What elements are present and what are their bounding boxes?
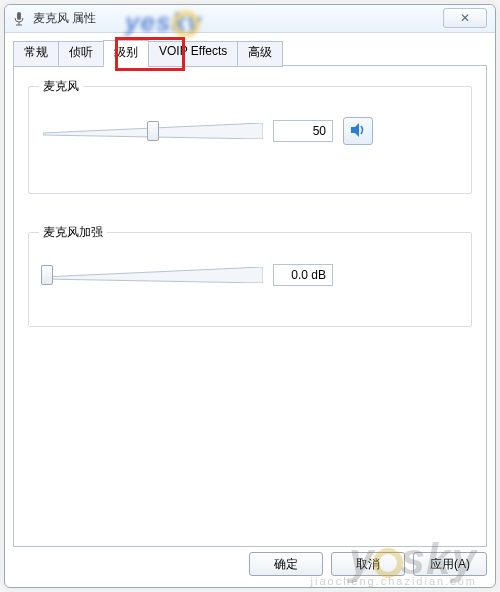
properties-dialog: 麦克风 属性 yesky ✕ 常规 侦听 级别 VOIP Effects 高级 … — [4, 4, 496, 588]
tab-voip-effects[interactable]: VOIP Effects — [148, 41, 238, 67]
client-area: 常规 侦听 级别 VOIP Effects 高级 麦克风 — [13, 39, 487, 543]
svg-marker-4 — [351, 123, 359, 137]
dialog-footer: 确定 取消 应用(A) — [13, 549, 487, 579]
tab-label: 常规 — [24, 45, 48, 59]
apply-button[interactable]: 应用(A) — [413, 552, 487, 576]
tab-label: 级别 — [114, 45, 138, 59]
tab-levels[interactable]: 级别 — [103, 40, 149, 66]
mic-boost-slider[interactable] — [43, 263, 263, 287]
titlebar: 麦克风 属性 yesky ✕ — [5, 5, 495, 33]
cancel-button[interactable]: 取消 — [331, 552, 405, 576]
mic-boost-value[interactable]: 0.0 dB — [273, 264, 333, 286]
close-button[interactable]: ✕ — [443, 8, 487, 28]
mic-level-slider[interactable] — [43, 119, 263, 143]
tab-general[interactable]: 常规 — [13, 41, 59, 67]
group-mic-level: 麦克风 50 — [28, 86, 472, 194]
mic-level-row: 50 — [43, 117, 457, 145]
group-mic-level-label: 麦克风 — [39, 78, 83, 95]
window-title: 麦克风 属性 — [33, 10, 96, 27]
tabpage-levels: 麦克风 50 — [13, 65, 487, 547]
svg-marker-5 — [43, 267, 263, 283]
tab-label: VOIP Effects — [159, 44, 227, 58]
close-icon: ✕ — [460, 11, 470, 25]
ok-button-label: 确定 — [274, 556, 298, 573]
tab-listen[interactable]: 侦听 — [58, 41, 104, 67]
svg-rect-0 — [17, 12, 21, 20]
group-mic-boost-label: 麦克风加强 — [39, 224, 107, 241]
mic-mute-button[interactable] — [343, 117, 373, 145]
group-mic-boost: 麦克风加强 0.0 dB — [28, 232, 472, 327]
cancel-button-label: 取消 — [356, 556, 380, 573]
microphone-icon — [11, 11, 27, 27]
tab-label: 侦听 — [69, 45, 93, 59]
tabstrip: 常规 侦听 级别 VOIP Effects 高级 — [13, 39, 487, 65]
mic-boost-row: 0.0 dB — [43, 263, 457, 287]
tab-label: 高级 — [248, 45, 272, 59]
watermark-top: yesky — [125, 7, 202, 38]
slider-thumb[interactable] — [147, 121, 159, 141]
slider-thumb[interactable] — [41, 265, 53, 285]
mic-level-value[interactable]: 50 — [273, 120, 333, 142]
tab-advanced[interactable]: 高级 — [237, 41, 283, 67]
apply-button-label: 应用(A) — [430, 556, 470, 573]
ok-button[interactable]: 确定 — [249, 552, 323, 576]
slider-track — [43, 267, 263, 283]
speaker-icon — [349, 121, 367, 142]
